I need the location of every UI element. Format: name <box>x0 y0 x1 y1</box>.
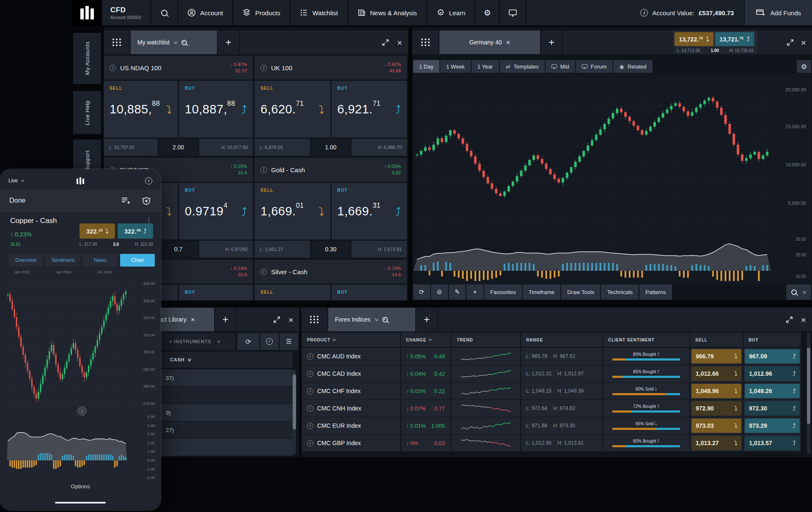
nav-news[interactable]: News & Analysis <box>347 0 426 25</box>
library-add-tab-button[interactable]: + <box>215 308 236 331</box>
toolbar-button-templates[interactable]: ⇄Templates <box>500 60 545 73</box>
watchlist-tab[interactable]: My watchlist ∨ <box>131 30 217 54</box>
toolbar-button-1-year[interactable]: 1 Year <box>472 60 499 73</box>
chart-tab[interactable]: Germany 40 × <box>439 30 540 54</box>
sidebar-tab-live-help[interactable]: Live Help <box>73 91 101 134</box>
pane-resize-handle[interactable]: ↕ <box>77 406 87 416</box>
library-tab-close-icon[interactable]: × <box>191 316 195 323</box>
bottom-toolbar-patterns[interactable]: Patterns <box>639 284 672 300</box>
watchlist-add-tab-button[interactable]: + <box>218 30 239 54</box>
forex-grid-button[interactable] <box>301 308 327 331</box>
buy-price-button[interactable]: 1,049.26⤴ <box>745 384 800 398</box>
kebab-menu-icon[interactable]: ⋮ <box>145 216 152 224</box>
bottom-toolbar-draw-tools[interactable]: Draw Tools <box>561 284 600 300</box>
info-icon[interactable]: i <box>145 177 152 184</box>
forex-scroll-thumb[interactable] <box>807 348 810 424</box>
library-row[interactable]: 9) <box>140 404 293 421</box>
buy-price-button[interactable]: BUY145.526⤴ <box>179 285 253 300</box>
phone-tab-sentiment[interactable]: Sentiment <box>46 254 80 267</box>
nav-account[interactable]: Account <box>177 0 232 25</box>
buy-price-button[interactable]: 972.30⤴ <box>745 401 800 416</box>
sell-price-button[interactable]: SELL6,620.71⤵ <box>255 81 330 138</box>
tile-header[interactable]: iGold - Cash↑ 0.03%0.62 <box>255 158 407 182</box>
phone-tab-overview[interactable]: Overview <box>8 254 43 267</box>
forex-header-sell[interactable]: SELL <box>690 333 743 347</box>
nav-learn[interactable]: Learn <box>426 0 475 25</box>
tile-header[interactable]: iUS NDAQ 100↓ 0.47%52.37 <box>104 56 253 80</box>
forex-row-cmc-aud-index[interactable]: iCMC AUD Index↑ 0.05%0.49L: 965.79H: 967… <box>302 348 801 365</box>
close-icon[interactable]: × <box>801 38 806 47</box>
forex-tab[interactable]: Forex Indices ∨ <box>328 308 415 331</box>
expand-icon[interactable] <box>786 39 794 47</box>
brand[interactable]: CFD Account 000003 <box>102 0 150 25</box>
buy-price-button[interactable]: BUY19.478⤴ <box>332 285 407 300</box>
buy-price-button[interactable]: BUY6,921.71⤴ <box>332 81 407 138</box>
expand-icon[interactable] <box>381 39 390 47</box>
toolbar-button-forum[interactable]: Forum <box>576 60 613 73</box>
forex-header-product[interactable]: PRODUCT∨ <box>302 333 400 347</box>
forex-header-trend[interactable]: TREND <box>452 333 520 347</box>
buy-price-button[interactable]: BUY1,669.31⤴ <box>332 183 407 239</box>
watchlist-grid-button[interactable] <box>104 30 130 54</box>
close-icon[interactable]: × <box>801 315 806 324</box>
forex-header-client-sentiment[interactable]: CLIENT SENTIMENT <box>603 333 689 347</box>
chart-sell-button[interactable]: 13,722.75⤵ <box>675 32 713 46</box>
forex-row-cmc-eur-index[interactable]: iCMC EUR Index↑ 0.01%1.005L: 971.88H: 97… <box>302 417 801 434</box>
price-alert-icon[interactable] <box>141 196 151 205</box>
buy-price-button[interactable]: BUY10,887,88⤴ <box>179 81 253 138</box>
nav-watchlist[interactable]: Watchlist <box>290 0 347 25</box>
phone-options-button[interactable]: Options <box>0 483 161 490</box>
buy-price-button[interactable]: 1,012.96⤴ <box>745 366 800 381</box>
buy-price-button[interactable]: 973.29⤴ <box>745 418 800 433</box>
library-refresh-button[interactable]: ⟳ <box>237 333 259 350</box>
bottom-toolbar-favourites[interactable]: Favourites <box>484 284 522 300</box>
toolbar-button-related[interactable]: ◉Related <box>613 60 652 73</box>
sell-price-button[interactable]: SELL19.453⤵ <box>255 285 330 300</box>
library-row[interactable]: 37) <box>140 369 293 386</box>
sell-price-button[interactable]: 966.79⤵ <box>691 349 741 363</box>
forex-row-cmc-cnh-index[interactable]: iCMC CNH Index↓ 0.07%0.77L: 972.64H: 974… <box>302 400 801 417</box>
forex-add-tab-button[interactable]: + <box>416 308 437 331</box>
chart-refresh-button[interactable]: ⟳ <box>413 284 430 300</box>
phone-buy-button[interactable]: 322.45⤴ <box>118 223 153 239</box>
forex-header-range[interactable]: RANGE <box>521 333 602 347</box>
sell-price-button[interactable]: 973.03⤵ <box>691 418 741 433</box>
settings-button[interactable]: ⚙ <box>475 0 499 25</box>
sell-price-button[interactable]: 1,048.96⤵ <box>691 384 741 398</box>
forex-row-cmc-gbp-index[interactable]: iCMC GBP Index↓ 0%0.03L: 1,012.96H: 1,01… <box>302 435 801 451</box>
sell-price-button[interactable]: 1,012.66⤵ <box>691 366 741 381</box>
chart-add-tab-button[interactable]: + <box>541 30 562 54</box>
home-indicator[interactable] <box>55 502 106 504</box>
chart-search-icon[interactable] <box>791 289 797 295</box>
phone-live-label[interactable]: Live <box>8 178 18 184</box>
library-list-view-button[interactable]: ☰ <box>280 333 298 350</box>
library-row[interactable]: 27) <box>140 421 293 438</box>
chart-crosshair-button[interactable]: ⌖ <box>466 284 483 300</box>
library-scroll-thumb[interactable] <box>293 374 296 429</box>
phone-tab-news[interactable]: News <box>83 254 118 267</box>
toolbar-button-mid[interactable]: Mid <box>546 60 575 73</box>
library-row[interactable] <box>140 387 293 404</box>
buy-price-button[interactable]: 1,013.57⤴ <box>745 436 800 450</box>
phone-sell-button[interactable]: 322.15⤵ <box>80 223 115 239</box>
sell-price-button[interactable]: SELL10,885,88⤵ <box>104 81 178 138</box>
forex-header-buy[interactable]: BUY <box>743 333 801 347</box>
buy-price-button[interactable]: 967.09⤴ <box>745 349 800 363</box>
bottom-toolbar-timeframe[interactable]: Timeframe <box>523 284 561 300</box>
sidebar-tab-my-accounts[interactable]: My Accounts <box>73 33 101 84</box>
toolbar-button-1-day[interactable]: 1 Day <box>413 60 439 73</box>
library-column-header[interactable]: CASH ∨ <box>140 352 293 368</box>
close-icon[interactable]: × <box>397 38 402 47</box>
bottom-toolbar-technicals[interactable]: Technicals <box>601 284 639 300</box>
toolbar-button-1-week[interactable]: 1 Week <box>440 60 471 73</box>
chart-tab-close-icon[interactable]: × <box>506 39 510 46</box>
close-icon[interactable]: × <box>288 315 294 324</box>
chart-clear-button[interactable]: ⊘ <box>431 284 448 300</box>
sell-price-button[interactable]: SELL1,669.01⤵ <box>255 183 330 239</box>
chart-settings-button[interactable]: ⚙ <box>797 60 811 73</box>
search-button[interactable] <box>150 0 177 25</box>
tile-header[interactable]: iUK 100↓ 0.62%43.68 <box>255 56 407 80</box>
chip-remove-icon[interactable]: × <box>217 339 220 344</box>
tile-header[interactable]: iSilver - Cash↓ 0.74%14.6 <box>255 260 407 284</box>
forex-row-cmc-cad-index[interactable]: iCMC CAD Index↑ 0.04%0.42L: 1,012.32H: 1… <box>302 365 801 382</box>
